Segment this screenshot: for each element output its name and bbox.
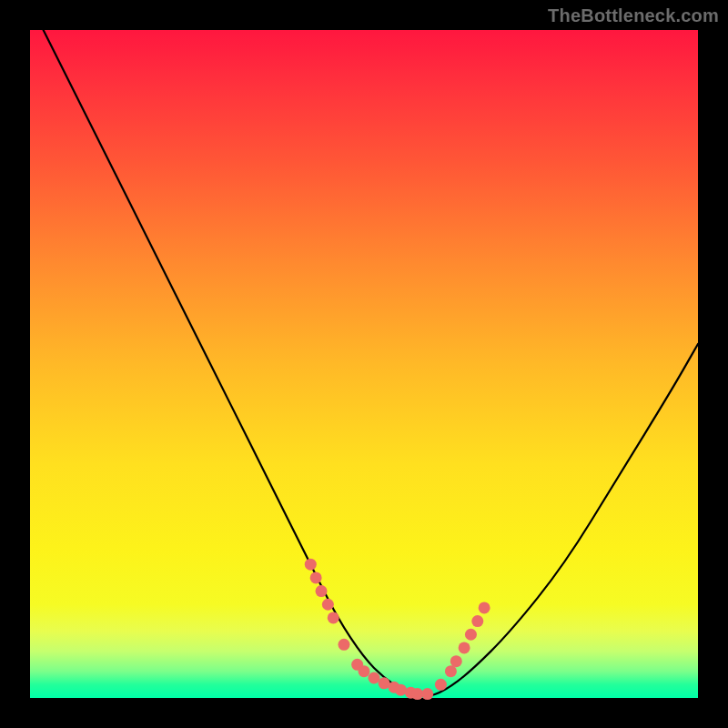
highlight-dot — [310, 571, 322, 583]
chart-svg — [30, 30, 698, 698]
bottleneck-curve — [30, 4, 698, 697]
chart-frame: TheBottleneck.com — [0, 0, 728, 728]
highlight-dot — [471, 615, 483, 627]
highlight-dot — [435, 679, 447, 691]
highlight-dot — [369, 672, 380, 683]
highlight-dot — [338, 639, 349, 651]
watermark-text: TheBottleneck.com — [548, 5, 719, 26]
highlight-dot — [465, 629, 477, 641]
highlight-dot — [479, 602, 490, 613]
highlight-dot — [421, 688, 433, 700]
highlight-dot — [305, 559, 317, 571]
highlight-dot — [459, 642, 470, 653]
highlight-dot — [322, 599, 334, 611]
highlight-dot — [395, 684, 407, 696]
highlight-dot — [328, 612, 339, 623]
highlight-dot — [445, 665, 457, 677]
highlight-dot — [359, 665, 370, 677]
highlight-dot — [450, 655, 462, 667]
highlight-dot — [316, 585, 328, 597]
